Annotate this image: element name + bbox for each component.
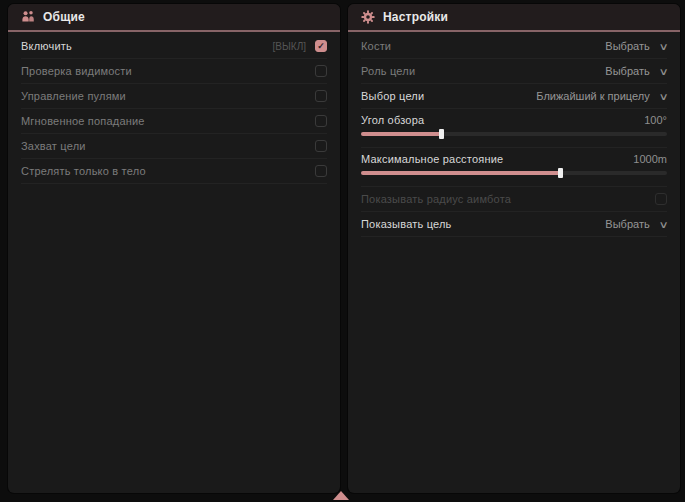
setting-label: Захват цели xyxy=(21,140,315,152)
slider-thumb[interactable] xyxy=(439,129,444,139)
scroll-up-indicator[interactable] xyxy=(333,491,349,500)
setting-label: Управление пулями xyxy=(21,90,315,102)
setting-row-checkbox: Проверка видимости xyxy=(21,59,327,84)
general-panel: Общие Включить[ВЫКЛ]✓Проверка видимостиУ… xyxy=(8,4,340,493)
setting-label: Включить xyxy=(21,40,273,52)
setting-row-dropdown: КостиВыбрать∨ xyxy=(361,34,667,59)
settings-panel-header: Настройки xyxy=(348,4,680,32)
checkbox[interactable] xyxy=(315,90,327,102)
setting-row-checkbox: Показывать радиус аимбота xyxy=(361,187,667,212)
slider-fill xyxy=(361,171,560,175)
setting-row-checkbox: Мгновенное попадание xyxy=(21,109,327,134)
gear-icon xyxy=(361,10,375,24)
keybind-hint: [ВЫКЛ] xyxy=(273,41,306,52)
setting-row-checkbox: Стрелять только в тело xyxy=(21,159,327,184)
setting-label: Кости xyxy=(361,40,605,52)
dropdown[interactable]: Ближайший к прицелу∨ xyxy=(536,90,667,102)
setting-row-slider: Угол обзора100° xyxy=(361,109,667,148)
general-panel-header: Общие xyxy=(8,4,340,32)
panel-title: Общие xyxy=(43,10,85,24)
setting-row-dropdown: Показывать цельВыбрать∨ xyxy=(361,212,667,237)
setting-label: Угол обзора xyxy=(361,114,644,126)
dropdown[interactable]: Выбрать∨ xyxy=(605,40,667,52)
dropdown[interactable]: Выбрать∨ xyxy=(605,218,667,230)
setting-row-dropdown: Выбор целиБлижайший к прицелу∨ xyxy=(361,84,667,109)
setting-row-dropdown: Роль целиВыбрать∨ xyxy=(361,59,667,84)
slider-value: 100° xyxy=(644,114,667,126)
checkbox[interactable] xyxy=(315,165,327,177)
setting-row-slider: Максимальное расстояние1000m xyxy=(361,148,667,187)
checkbox[interactable] xyxy=(655,193,667,205)
checkbox[interactable]: ✓ xyxy=(315,40,327,52)
dropdown-value: Выбрать xyxy=(605,40,649,52)
setting-label: Роль цели xyxy=(361,65,605,77)
slider-thumb[interactable] xyxy=(558,168,563,178)
chevron-down-icon: ∨ xyxy=(658,41,668,52)
checkbox[interactable] xyxy=(315,65,327,77)
dropdown-value: Ближайший к прицелу xyxy=(536,90,649,102)
people-icon xyxy=(21,10,35,24)
general-rows: Включить[ВЫКЛ]✓Проверка видимостиУправле… xyxy=(8,32,340,184)
slider-value: 1000m xyxy=(633,153,667,165)
checkbox[interactable] xyxy=(315,115,327,127)
slider[interactable] xyxy=(361,132,667,136)
dropdown[interactable]: Выбрать∨ xyxy=(605,65,667,77)
slider-fill xyxy=(361,132,441,136)
setting-label: Стрелять только в тело xyxy=(21,165,315,177)
settings-rows: КостиВыбрать∨Роль целиВыбрать∨Выбор цели… xyxy=(348,32,680,237)
slider[interactable] xyxy=(361,171,667,175)
checkbox[interactable] xyxy=(315,140,327,152)
setting-label: Мгновенное попадание xyxy=(21,115,315,127)
setting-label: Показывать цель xyxy=(361,218,605,230)
setting-row-checkbox: Управление пулями xyxy=(21,84,327,109)
dropdown-value: Выбрать xyxy=(605,218,649,230)
setting-label: Проверка видимости xyxy=(21,65,315,77)
chevron-down-icon: ∨ xyxy=(658,219,668,230)
setting-row-checkbox: Включить[ВЫКЛ]✓ xyxy=(21,34,327,59)
chevron-down-icon: ∨ xyxy=(658,66,668,77)
settings-panel: Настройки КостиВыбрать∨Роль целиВыбрать∨… xyxy=(348,4,680,493)
setting-label: Максимальное расстояние xyxy=(361,153,633,165)
panel-title: Настройки xyxy=(383,10,448,24)
setting-row-checkbox: Захват цели xyxy=(21,134,327,159)
setting-label: Выбор цели xyxy=(361,90,536,102)
chevron-down-icon: ∨ xyxy=(658,91,668,102)
setting-label: Показывать радиус аимбота xyxy=(361,193,655,205)
dropdown-value: Выбрать xyxy=(605,65,649,77)
